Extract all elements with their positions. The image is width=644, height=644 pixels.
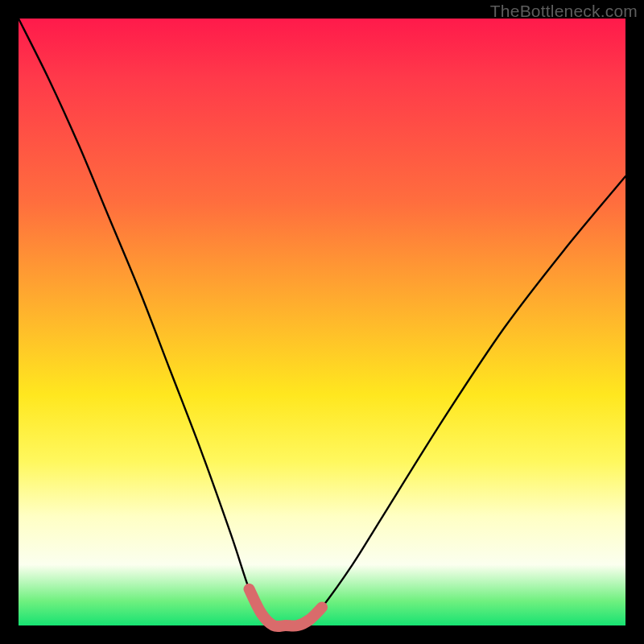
chart-svg <box>19 19 625 625</box>
chart-frame: TheBottleneck.com <box>0 0 644 644</box>
plot-area <box>19 19 625 625</box>
bottleneck-curve <box>19 19 625 626</box>
valley-highlight <box>250 589 322 626</box>
watermark-text: TheBottleneck.com <box>490 2 638 21</box>
